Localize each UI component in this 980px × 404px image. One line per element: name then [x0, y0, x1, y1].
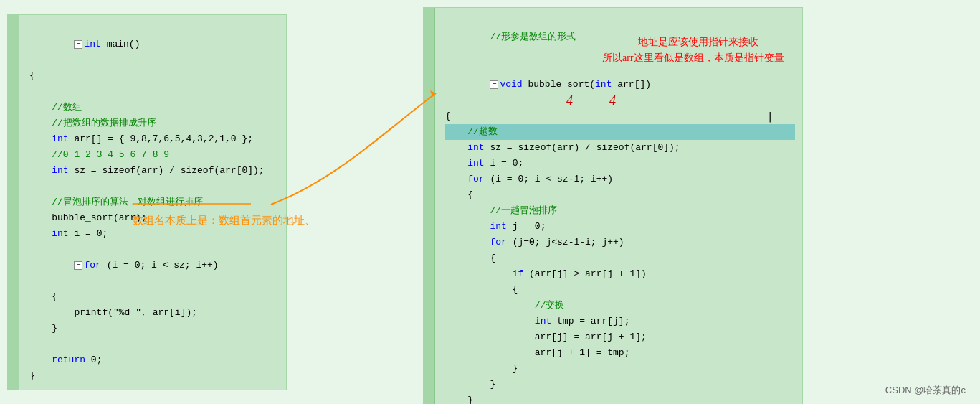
- code-line-main-close: }: [29, 368, 279, 384]
- handwritten-4-right: 4: [609, 93, 616, 108]
- right-j-decl: int j = 0;: [445, 219, 795, 235]
- right-comment-swap: //交换: [445, 298, 795, 314]
- annotation-pointer-top1: 地址是应该使用指针来接收: [638, 36, 758, 49]
- code-line-return: return 0;: [29, 352, 279, 368]
- right-for-outer-brace: {: [445, 187, 795, 203]
- code-line-comment-bubble: //冒泡排序的算法，对数组进行排序: [29, 194, 279, 210]
- right-sz-line: int sz = sizeof(arr) / sizeof(arr[0]);: [445, 140, 795, 156]
- collapse-icon-for[interactable]: −: [74, 261, 82, 270]
- collapse-icon-main[interactable]: −: [74, 40, 82, 49]
- cursor-bar: |: [767, 111, 773, 122]
- right-tmp-decl: int tmp = arr[j];: [445, 314, 795, 329]
- right-for-inner-brace: {: [445, 250, 795, 266]
- code-line-empty1: [29, 84, 279, 100]
- annotation-pointer-top2: 所以arr这里看似是数组，本质是指针变量: [602, 52, 784, 65]
- right-comment-passes: //趟数: [445, 124, 795, 140]
- main-container: −int main() { //数组 //把数组的数据排成升序 int arr[…: [0, 0, 980, 404]
- code-line-brace-open: {: [29, 68, 279, 84]
- right-if-brace: {: [445, 282, 795, 298]
- right-inner-close: }: [445, 377, 795, 393]
- code-line-for-brace: {: [29, 289, 279, 305]
- code-line-sizeof: int sz = sizeof(arr) / sizeof(arr[0]);: [29, 163, 279, 179]
- code-line-for: −for (i = 0; i < sz; i++): [29, 242, 279, 289]
- code-line-comment-idx: //0 1 2 3 4 5 6 7 8 9: [29, 147, 279, 163]
- code-line-arr-decl: int arr[] = { 9,8,7,6,5,4,3,2,1,0 };: [29, 131, 279, 147]
- right-i-decl: int i = 0;: [445, 156, 795, 172]
- right-comment-one-pass: //一趟冒泡排序: [445, 203, 795, 219]
- right-swap1: arr[j] = arr[j + 1];: [445, 329, 795, 345]
- code-line-for-close: }: [29, 321, 279, 337]
- code-line-empty3: [29, 337, 279, 352]
- code-line-printf: printf("%d ", arr[i]);: [29, 305, 279, 321]
- keyword-int-main: int: [84, 39, 100, 50]
- right-for-outer: for (i = 0; i < sz-1; i++): [445, 172, 795, 187]
- csdn-watermark: CSDN @哈茶真的c: [885, 384, 966, 397]
- code-line-comment-array: //数组: [29, 100, 279, 116]
- main-fn-text: main(): [101, 39, 141, 50]
- code-line-empty2: [29, 179, 279, 194]
- right-code-panel: //形参是数组的形式 −void bubble_sort(int arr[]) …: [423, 7, 803, 404]
- right-if-close: }: [445, 361, 795, 377]
- right-for-inner: for (j=0; j<sz-1-i; j++): [445, 235, 795, 250]
- right-outer-close: }: [445, 393, 795, 404]
- collapse-icon-bubble-sort[interactable]: −: [490, 80, 498, 89]
- left-code-panel: −int main() { //数组 //把数组的数据排成升序 int arr[…: [7, 14, 287, 390]
- code-line-int-i: int i = 0;: [29, 226, 279, 242]
- right-swap2: arr[j + 1] = tmp;: [445, 345, 795, 361]
- code-line-main: −int main(): [29, 21, 279, 68]
- right-if-line: if (arr[j] > arr[j + 1]): [445, 266, 795, 282]
- annotation-array-name: 数组名本质上是：数组首元素的地址、: [133, 214, 315, 227]
- handwritten-4-left: 4: [566, 93, 573, 108]
- right-brace-open: {: [445, 108, 795, 124]
- code-line-comment-sort: //把数组的数据排成升序: [29, 116, 279, 131]
- right-function-sig: −void bubble_sort(int arr[]): [445, 61, 795, 108]
